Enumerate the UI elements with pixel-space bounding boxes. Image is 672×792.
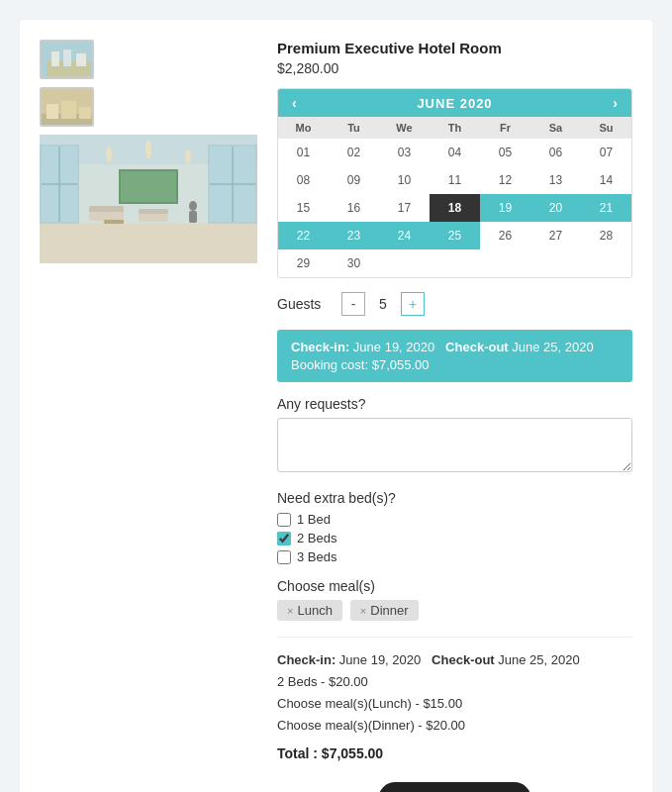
summary-meal-dinner-line: Choose meal(s)(Dinner) - $20.00 bbox=[277, 715, 632, 737]
svg-rect-2 bbox=[51, 51, 59, 66]
meal-tag-dinner-remove[interactable]: × bbox=[360, 605, 366, 617]
svg-rect-33 bbox=[40, 224, 257, 263]
svg-point-22 bbox=[145, 140, 151, 159]
svg-rect-30 bbox=[189, 211, 197, 223]
cal-day-2[interactable]: 02 bbox=[329, 139, 379, 166]
svg-rect-3 bbox=[63, 50, 71, 66]
cal-day-18[interactable]: 18 bbox=[430, 194, 480, 222]
cal-day-5[interactable]: 05 bbox=[480, 139, 530, 166]
checkin-label: Check-in: bbox=[291, 340, 349, 354]
meal-tag-dinner[interactable]: × Dinner bbox=[350, 600, 419, 621]
guests-minus-button[interactable]: - bbox=[341, 292, 365, 316]
cal-day-4[interactable]: 04 bbox=[430, 139, 480, 166]
booking-bar-dates: Check-in: June 19, 2020 Check-out June 2… bbox=[291, 340, 619, 354]
cal-day-empty-5 bbox=[581, 249, 631, 277]
svg-rect-32 bbox=[121, 171, 176, 202]
cal-day-19[interactable]: 19 bbox=[480, 194, 530, 222]
cal-day-14[interactable]: 14 bbox=[581, 166, 631, 194]
booking-cost-value: $7,055.00 bbox=[372, 357, 430, 372]
divider bbox=[277, 637, 632, 638]
cal-day-26[interactable]: 26 bbox=[480, 222, 530, 249]
extra-beds-label: Need extra bed(s)? bbox=[277, 490, 632, 506]
room-title: Premium Executive Hotel Room bbox=[277, 40, 632, 56]
cal-day-1[interactable]: 01 bbox=[278, 139, 329, 166]
calendar-next-button[interactable]: › bbox=[609, 95, 622, 111]
cal-day-30[interactable]: 30 bbox=[329, 249, 379, 277]
cal-day-17[interactable]: 17 bbox=[379, 194, 430, 222]
bed-option-2-row: 2 Beds bbox=[277, 531, 632, 545]
cal-day-11[interactable]: 11 bbox=[430, 166, 480, 194]
bed-option-3-row: 3 Beds bbox=[277, 549, 632, 564]
cal-day-empty-3 bbox=[480, 249, 530, 277]
svg-rect-8 bbox=[61, 101, 76, 119]
summary-beds-line: 2 Beds - $20.00 bbox=[277, 671, 632, 693]
svg-point-21 bbox=[106, 147, 112, 162]
weekday-th: Th bbox=[430, 117, 480, 139]
svg-point-23 bbox=[185, 149, 191, 163]
svg-point-29 bbox=[189, 201, 197, 211]
svg-rect-25 bbox=[89, 206, 124, 212]
cal-day-23[interactable]: 23 bbox=[329, 222, 379, 249]
thumbnail-small-2[interactable] bbox=[40, 87, 94, 127]
booking-bar-cost: Booking cost: $7,055.00 bbox=[291, 357, 619, 372]
left-panel bbox=[40, 40, 257, 792]
total-value: $7,055.00 bbox=[322, 745, 383, 761]
cal-day-27[interactable]: 27 bbox=[530, 222, 581, 249]
book-now-button[interactable]: BOOK NOW bbox=[378, 782, 530, 792]
guests-row: Guests - 5 + bbox=[277, 292, 632, 316]
cal-day-22[interactable]: 22 bbox=[278, 222, 329, 249]
cal-day-21[interactable]: 21 bbox=[581, 194, 631, 222]
svg-rect-9 bbox=[79, 107, 91, 119]
cal-day-29[interactable]: 29 bbox=[278, 249, 329, 277]
book-button-wrap: BOOK NOW bbox=[277, 782, 632, 792]
meal-tag-lunch-remove[interactable]: × bbox=[287, 605, 293, 617]
bed-2-checkbox[interactable] bbox=[277, 532, 291, 545]
meal-tag-dinner-label: Dinner bbox=[370, 603, 408, 618]
cal-day-20[interactable]: 20 bbox=[530, 194, 581, 222]
calendar-prev-button[interactable]: ‹ bbox=[288, 95, 301, 111]
cal-day-7[interactable]: 07 bbox=[581, 139, 631, 166]
cal-day-12[interactable]: 12 bbox=[480, 166, 530, 194]
guests-plus-button[interactable]: + bbox=[401, 292, 425, 316]
meal-tag-lunch-label: Lunch bbox=[297, 603, 332, 618]
weekday-su: Su bbox=[581, 117, 631, 139]
weekday-we: We bbox=[379, 117, 430, 139]
cal-day-3[interactable]: 03 bbox=[379, 139, 430, 166]
checkout-date: June 25, 2020 bbox=[512, 340, 593, 354]
cal-day-13[interactable]: 13 bbox=[530, 166, 581, 194]
cal-day-24[interactable]: 24 bbox=[379, 222, 430, 249]
requests-textarea[interactable] bbox=[277, 418, 632, 472]
thumbnail-small-1[interactable] bbox=[40, 40, 94, 79]
weekday-sa: Sa bbox=[530, 117, 581, 139]
cal-day-15[interactable]: 15 bbox=[278, 194, 329, 222]
meal-tag-lunch[interactable]: × Lunch bbox=[277, 600, 342, 621]
calendar: ‹ JUNE 2020 › Mo Tu We Th Fr Sa Su 01 02… bbox=[277, 88, 632, 278]
checkout-label: Check-out bbox=[445, 340, 509, 354]
cal-day-empty-1 bbox=[379, 249, 430, 277]
bed-1-checkbox[interactable] bbox=[277, 513, 291, 527]
svg-rect-4 bbox=[76, 53, 86, 66]
weekday-tu: Tu bbox=[329, 117, 379, 139]
weekday-fr: Fr bbox=[480, 117, 530, 139]
cal-day-10[interactable]: 10 bbox=[379, 166, 430, 194]
booking-summary-bar: Check-in: June 19, 2020 Check-out June 2… bbox=[277, 330, 632, 382]
cal-day-25[interactable]: 25 bbox=[430, 222, 480, 249]
bed-1-label: 1 Bed bbox=[297, 512, 331, 527]
cal-day-6[interactable]: 06 bbox=[530, 139, 581, 166]
bed-3-label: 3 Beds bbox=[297, 549, 336, 564]
meal-tags: × Lunch × Dinner bbox=[277, 600, 632, 621]
calendar-header: ‹ JUNE 2020 › bbox=[278, 89, 631, 117]
weekday-mo: Mo bbox=[278, 117, 329, 139]
bed-3-checkbox[interactable] bbox=[277, 550, 291, 564]
svg-rect-28 bbox=[104, 220, 124, 224]
booking-cost-label: Booking cost: bbox=[291, 357, 368, 372]
calendar-month-year: JUNE 2020 bbox=[417, 96, 492, 111]
cal-day-empty-2 bbox=[430, 249, 480, 277]
cal-day-28[interactable]: 28 bbox=[581, 222, 631, 249]
checkin-date: June 19, 2020 bbox=[353, 340, 434, 354]
main-hotel-image bbox=[40, 135, 257, 263]
guests-count: 5 bbox=[375, 296, 391, 312]
cal-day-8[interactable]: 08 bbox=[278, 166, 329, 194]
cal-day-16[interactable]: 16 bbox=[329, 194, 379, 222]
cal-day-9[interactable]: 09 bbox=[329, 166, 379, 194]
